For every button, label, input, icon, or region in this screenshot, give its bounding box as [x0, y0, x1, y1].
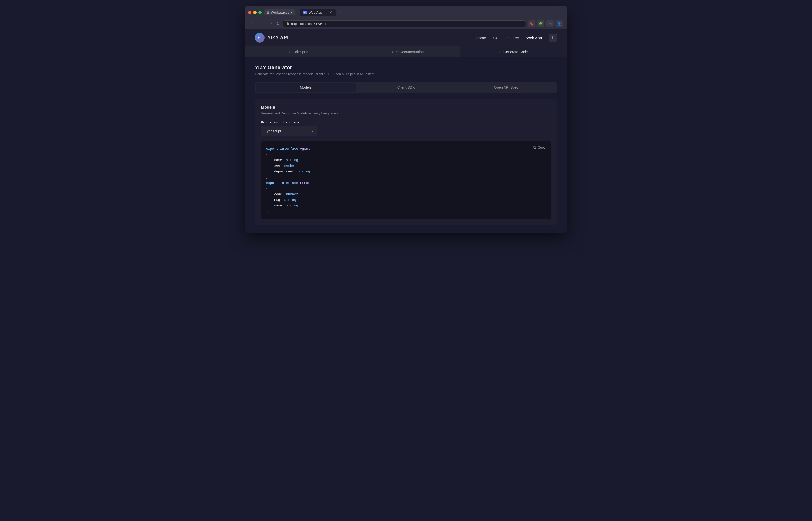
close-window-button[interactable] — [248, 11, 251, 14]
browser-actions: 🔖 🧩 ▤ 👤 — [528, 20, 563, 27]
url-text: http://localhost:5173/app — [291, 22, 328, 26]
code-line-3: name: string; — [266, 157, 546, 163]
panel-subtitle: Request and Response Models in Every Lan… — [261, 111, 551, 115]
nav-web-app[interactable]: Web App — [526, 36, 542, 40]
sidebar-button[interactable]: ▤ — [547, 20, 554, 27]
language-field-label: Programming Language — [261, 120, 551, 124]
step-see-documentation[interactable]: 2. See Documentation — [352, 46, 460, 57]
browser-window: ⊞ Workspaces ▾ W Web App ✕ + ← → | ⌂ ↻ — [245, 6, 567, 232]
lock-icon: 🔒 — [286, 22, 289, 25]
tab-models[interactable]: Models — [256, 83, 355, 92]
app-header: ♾ YIZY API Home Getting Started Web App … — [245, 29, 567, 46]
models-panel: Models Request and Response Models in Ev… — [255, 99, 557, 225]
dropdown-chevron-icon: ▾ — [312, 129, 314, 133]
browser-tab-webapp[interactable]: W Web App ✕ — [300, 9, 336, 16]
tab-client-sdk[interactable]: Client SDK — [356, 83, 456, 92]
page-subtitle: Generate request and response models, cl… — [255, 72, 557, 76]
reload-button[interactable]: ↻ — [275, 21, 281, 27]
logo-symbol: ♾ — [258, 35, 262, 41]
code-line-8: export interface Error — [266, 180, 546, 186]
workspace-label: Workspaces — [271, 10, 289, 14]
profile-button[interactable]: 👤 — [556, 20, 563, 27]
selected-language: Typescript — [265, 129, 281, 133]
address-bar[interactable]: 🔒 http://localhost:5173/app — [283, 20, 526, 27]
main-nav: Home Getting Started Web App ☾ — [476, 33, 557, 42]
nav-home[interactable]: Home — [476, 36, 486, 40]
nav-getting-started[interactable]: Getting Started — [493, 36, 519, 40]
close-tab-button[interactable]: ✕ — [329, 10, 332, 14]
step-generate-code[interactable]: 3. Generate Code — [460, 46, 567, 57]
theme-toggle-button[interactable]: ☾ — [549, 33, 557, 42]
workspace-chevron-icon: ▾ — [291, 10, 292, 14]
new-tab-button[interactable]: + — [336, 9, 342, 15]
code-line-13: } — [266, 208, 546, 214]
main-content: YIZY Generator Generate request and resp… — [245, 58, 567, 232]
code-content: export interface Agent { name: string; a… — [266, 146, 546, 214]
sub-tabs: Models Client SDK Open API Spec — [255, 82, 557, 93]
code-line-4: age: number; — [266, 163, 546, 169]
code-line-10: code: number; — [266, 191, 546, 197]
language-select-dropdown[interactable]: Typescript ▾ — [261, 126, 317, 136]
address-bar-row: ← → | ⌂ ↻ 🔒 http://localhost:5173/app 🔖 … — [248, 18, 564, 29]
code-block: ⧉ Copy export interface Agent { name: st… — [261, 141, 551, 219]
copy-button[interactable]: ⧉ Copy — [531, 144, 548, 151]
copy-label: Copy — [538, 145, 546, 150]
tab-favicon-icon: W — [303, 10, 307, 14]
code-line-11: msg: string; — [266, 197, 546, 203]
steps-bar: 1. Edit Spec 2. See Documentation 3. Gen… — [245, 46, 567, 58]
code-line-12: name: string; — [266, 203, 546, 208]
page-title: YIZY Generator — [255, 65, 557, 70]
bookmarks-button[interactable]: 🔖 — [528, 20, 535, 27]
extensions-button[interactable]: 🧩 — [537, 20, 544, 27]
browser-titlebar: ⊞ Workspaces ▾ W Web App ✕ + ← → | ⌂ ↻ — [245, 6, 567, 29]
tabs-row: W Web App ✕ + — [300, 9, 342, 16]
tab-label: Web App — [309, 10, 322, 14]
maximize-window-button[interactable] — [258, 11, 262, 14]
code-line-2: { — [266, 152, 546, 157]
code-line-1: export interface Agent — [266, 146, 546, 152]
logo-area: ♾ YIZY API — [255, 33, 288, 43]
nav-divider: | — [265, 21, 266, 26]
panel-title: Models — [261, 105, 551, 110]
home-button[interactable]: ⌂ — [269, 21, 273, 26]
minimize-window-button[interactable] — [253, 11, 257, 14]
logo-icon: ♾ — [255, 33, 264, 43]
code-line-6: } — [266, 174, 546, 180]
workspace-icon: ⊞ — [267, 10, 270, 14]
copy-icon: ⧉ — [533, 145, 536, 150]
step-edit-spec[interactable]: 1. Edit Spec — [245, 46, 352, 57]
back-button[interactable]: ← — [249, 21, 255, 26]
tab-open-api-spec[interactable]: Open API Spec — [457, 83, 556, 92]
logo-text: YIZY API — [268, 35, 288, 41]
code-line-9: { — [266, 186, 546, 191]
code-line-5: department: string; — [266, 169, 546, 174]
traffic-lights — [248, 11, 262, 14]
app-content: ♾ YIZY API Home Getting Started Web App … — [245, 29, 567, 232]
workspace-button[interactable]: ⊞ Workspaces ▾ — [264, 9, 295, 15]
forward-button[interactable]: → — [257, 21, 263, 26]
